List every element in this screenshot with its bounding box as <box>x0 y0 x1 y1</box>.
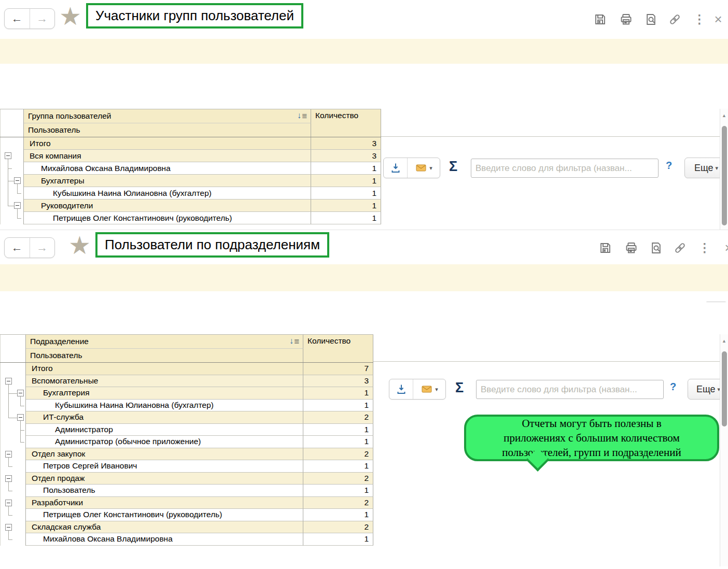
callout-line: приложениях с большим количеством <box>466 431 717 445</box>
collapse-toggle[interactable] <box>14 202 21 209</box>
count-cell: 1 <box>303 424 373 436</box>
table-row[interactable]: Петрищев Олег Константинович (руководите… <box>0 509 373 521</box>
table-row[interactable]: Разработчики 2 <box>0 497 373 509</box>
quick-filter-input[interactable] <box>477 385 663 395</box>
sort-desc-icon[interactable]: ↓≣ <box>297 111 307 120</box>
table-row[interactable]: Бухгалтеры 1 <box>0 175 381 187</box>
scrollbar-thumb[interactable] <box>722 351 727 426</box>
collapse-toggle[interactable] <box>14 177 21 184</box>
table-row[interactable]: Итого 7 <box>0 363 373 375</box>
table-row[interactable]: Петрищев Олег Константинович (руководите… <box>0 212 381 224</box>
nav-history: ← → <box>4 8 55 29</box>
preview-button[interactable] <box>648 240 664 255</box>
forward-icon: → <box>36 241 48 254</box>
save-button[interactable] <box>597 240 613 255</box>
save-result-button[interactable] <box>384 158 407 178</box>
nav-history: ← → <box>4 237 55 258</box>
filter-panel: Пользователь: ... Подразделение: ... <box>0 264 728 291</box>
table-row[interactable]: Отдел продаж 2 <box>0 473 373 485</box>
more-menu-button[interactable]: ⋮ <box>697 240 712 255</box>
collapse-toggle[interactable] <box>5 475 12 482</box>
user-cell: Администратор <box>26 424 303 436</box>
forward-button[interactable]: → <box>30 9 55 29</box>
callout-line: пользователей, групп и подразделений <box>466 445 717 460</box>
group-cell: Бухгалтеры <box>24 175 311 187</box>
save-button[interactable] <box>592 11 608 27</box>
help-button[interactable]: ? <box>670 381 676 393</box>
favorite-star-icon[interactable]: ★ <box>59 4 81 29</box>
save-result-button[interactable] <box>389 379 413 399</box>
link-button[interactable] <box>672 240 688 255</box>
table-row[interactable]: Пользователь 1 <box>0 485 373 497</box>
sum-button[interactable]: Σ <box>449 159 457 175</box>
user-cell: Михайлова Оксана Владимировна <box>24 162 311 175</box>
column-header-user[interactable]: Пользователь <box>26 349 303 362</box>
group-cell: Бухгалтерия <box>26 387 303 400</box>
export-group: ▾ <box>383 158 440 178</box>
more-menu-button[interactable]: ⋮ <box>692 11 707 27</box>
table-row[interactable]: Отдел закупок 2 <box>0 448 373 461</box>
quick-filter-input[interactable] <box>471 163 658 174</box>
collapse-toggle[interactable] <box>17 390 24 396</box>
mail-icon <box>421 383 433 395</box>
table-row[interactable]: ИТ-служба 2 <box>0 411 373 424</box>
collapse-toggle[interactable] <box>5 500 12 506</box>
back-button[interactable]: ← <box>5 238 30 258</box>
table-row[interactable]: Руководители 1 <box>0 200 381 212</box>
column-header-count[interactable]: Количество <box>303 335 373 362</box>
vertical-scrollbar[interactable]: ▲ <box>720 109 728 230</box>
send-mail-button[interactable]: ▾ <box>407 158 440 178</box>
back-button[interactable]: ← <box>5 9 30 29</box>
table-row[interactable]: Бухгалтерия 1 <box>0 387 373 400</box>
report-window-users-by-department: ← → ★ Пользователи по подразделениям ⋮ ×… <box>0 230 728 569</box>
print-button[interactable] <box>623 240 639 255</box>
link-button[interactable] <box>667 11 682 27</box>
mail-icon <box>415 162 427 174</box>
count-cell: 1 <box>303 485 373 497</box>
close-button[interactable]: × <box>721 240 728 255</box>
scroll-up-icon[interactable]: ▲ <box>720 338 728 344</box>
table-row[interactable]: Вся компания 3 <box>0 150 381 162</box>
chevron-down-icon: ▾ <box>716 165 719 172</box>
preview-button[interactable] <box>643 11 659 27</box>
table-row[interactable]: Администратор (обычное приложение) 1 <box>0 436 373 448</box>
column-header-group[interactable]: Группа пользователей ↓≣ <box>24 109 311 123</box>
collapse-toggle[interactable] <box>5 451 12 458</box>
quick-filter-field <box>476 380 664 399</box>
print-button[interactable] <box>618 11 634 27</box>
vertical-scrollbar[interactable]: ▲ <box>720 334 728 566</box>
column-header-department[interactable]: Подразделение ↓≣ <box>26 335 303 349</box>
header-divider <box>381 136 720 137</box>
download-icon <box>389 162 402 174</box>
collapse-toggle[interactable] <box>5 524 12 531</box>
table-row[interactable]: Михайлова Оксана Владимировна 1 <box>0 162 381 175</box>
scrollbar-thumb[interactable] <box>722 126 727 225</box>
table-row[interactable]: Складская служба 2 <box>0 521 373 534</box>
collapse-toggle[interactable] <box>17 414 24 421</box>
sum-button[interactable]: Σ <box>455 380 464 396</box>
collapse-toggle[interactable] <box>5 152 11 159</box>
scroll-up-icon[interactable]: ▲ <box>720 113 728 118</box>
table-row[interactable]: Администратор 1 <box>0 424 373 436</box>
table-row[interactable]: Кубышкина Наина Юлиановна (бухгалтер) 1 <box>0 187 381 200</box>
count-cell: 1 <box>303 509 373 521</box>
send-mail-button[interactable]: ▾ <box>413 379 445 399</box>
table-row[interactable]: Вспомогательные 3 <box>0 375 373 388</box>
back-icon: ← <box>11 241 23 254</box>
forward-button[interactable]: → <box>30 238 55 258</box>
favorite-star-icon[interactable]: ★ <box>68 233 91 258</box>
column-header-count[interactable]: Количество <box>311 109 381 137</box>
count-cell: 1 <box>311 200 381 212</box>
table-row[interactable]: Итого 3 <box>0 137 381 150</box>
chevron-down-icon: ▾ <box>429 165 432 172</box>
print-icon <box>619 12 633 26</box>
count-cell: 1 <box>303 436 373 448</box>
collapse-toggle[interactable] <box>5 378 12 385</box>
sort-desc-icon[interactable]: ↓≣ <box>289 336 300 346</box>
help-button[interactable]: ? <box>666 160 672 172</box>
table-row[interactable]: Михайлова Оксана Владимировна 1 <box>0 533 373 546</box>
close-button[interactable]: × <box>710 11 726 27</box>
table-row[interactable]: Петров Сергей Иванович 1 <box>0 460 373 473</box>
table-row[interactable]: Кубышкина Наина Юлиановна (бухгалтер) 1 <box>0 400 373 412</box>
column-header-user[interactable]: Пользователь <box>24 123 311 137</box>
